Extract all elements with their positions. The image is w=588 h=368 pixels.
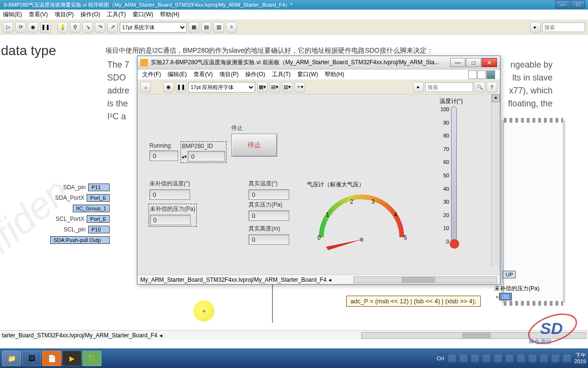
distribute-button[interactable]: ▤: [201, 22, 212, 33]
uncomp-press-indicator: 未补偿的压力(Pa) 0: [148, 204, 197, 227]
fp-menu-help[interactable]: 帮助(H): [325, 70, 344, 79]
svg-point-10: [360, 238, 363, 242]
svg-text:SD: SD: [540, 319, 563, 337]
taskbar-explorer[interactable]: 📁: [2, 351, 21, 366]
fp-menu-tools[interactable]: 工具(T): [272, 70, 291, 79]
search-nav-button[interactable]: ▸: [530, 22, 541, 33]
bg-menu-view[interactable]: 查看(V): [29, 11, 48, 19]
gauge-title: 气压计（标准大气压）: [307, 181, 416, 189]
step-over-button[interactable]: ↷: [95, 22, 105, 33]
bg-menu-window[interactable]: 窗口(W): [133, 11, 153, 19]
real-alt-indicator: 真实高度(m) 0: [249, 225, 289, 245]
fp-menu-operate[interactable]: 操作(O): [245, 70, 265, 79]
fp-reorder-button[interactable]: ✧▾: [294, 82, 305, 92]
tray-icon[interactable]: [529, 355, 536, 362]
tray-lang[interactable]: CH: [437, 356, 444, 361]
svg-text:5: 5: [404, 234, 407, 241]
cursor-crosshair: [193, 300, 215, 322]
bg-menu-help[interactable]: 帮助(H): [160, 11, 180, 19]
bg-menu-project[interactable]: 项目(P): [55, 11, 74, 19]
fp-run-button[interactable]: ⬨: [140, 82, 151, 92]
taskbar-labview[interactable]: ▶: [62, 351, 81, 366]
tray-date[interactable]: 2019: [575, 358, 586, 364]
tray-time[interactable]: 下午: [575, 352, 586, 358]
stop-button[interactable]: 停止: [231, 134, 277, 157]
fp-window-title: 实验27.8-BMP280气压温度海拔测量实验.vi 前面板（My_ARM_St…: [151, 58, 439, 67]
tray-icon[interactable]: [483, 355, 490, 362]
run-cont-button[interactable]: ⟳: [15, 22, 26, 33]
font-selector[interactable]: 17pt 系统字体: [120, 22, 187, 33]
tray-icon[interactable]: [563, 355, 571, 362]
tray-icon[interactable]: [471, 355, 479, 362]
constant-nodes-group: SDA_pinP11 SDA_PortXPort_E IIC_Group_1 S…: [48, 182, 110, 245]
fp-pause-button[interactable]: ❚❚: [176, 82, 186, 92]
fp-menu-view[interactable]: 查看(V): [193, 70, 213, 79]
step-out-button[interactable]: ↗: [107, 22, 118, 33]
tray-icon[interactable]: [448, 355, 456, 362]
tray-icon[interactable]: [506, 355, 513, 362]
svg-text:2: 2: [350, 198, 353, 205]
bg-menu-edit[interactable]: 编辑(E): [3, 11, 22, 19]
fp-horizontal-scrollbar[interactable]: [353, 276, 497, 283]
sd-logo: SD 神电测控: [519, 312, 586, 345]
fp-menu-window[interactable]: 窗口(W): [297, 70, 318, 79]
bg-minimize-button[interactable]: —: [555, 0, 570, 9]
abort-button[interactable]: ◉: [28, 22, 38, 33]
run-button[interactable]: ▷: [3, 22, 13, 33]
fp-abort-button[interactable]: ◉: [163, 82, 174, 92]
fp-search-button[interactable]: 🔍: [475, 82, 485, 92]
pressure-gauge[interactable]: 气压计（标准大气压） 0 1 2 3 4 5: [307, 181, 416, 258]
tray-icon[interactable]: [552, 355, 559, 362]
fp-menu-edit[interactable]: 编辑(E): [168, 70, 187, 79]
bg-window-title: 8-BMP280气压温度海拔测量实验.vi 程序框图（My_ARM_Starte…: [4, 1, 293, 9]
fp-distribute-button[interactable]: ▤▾: [270, 82, 280, 92]
const-scl-pin: SCL_pinP10: [48, 224, 110, 235]
fp-help-button[interactable]: ?: [486, 82, 497, 92]
reorder-button[interactable]: ▥: [214, 22, 224, 33]
fp-search-input[interactable]: [425, 82, 473, 92]
system-tray[interactable]: CH 下午 2019: [437, 352, 586, 364]
taskbar-app-5[interactable]: 🟩: [82, 351, 102, 366]
bg-title-bar[interactable]: 8-BMP280气压温度海拔测量实验.vi 程序框图（My_ARM_Starte…: [0, 0, 588, 10]
windows-taskbar[interactable]: 📁 🖼 📄 ▶ 🟩 CH 下午 2019: [0, 348, 588, 368]
tray-icon[interactable]: [460, 355, 467, 362]
cleanup-button[interactable]: ✧: [226, 22, 237, 33]
fp-resize-button[interactable]: ▥▾: [282, 82, 293, 92]
description-paragraph: 项目中使用的是I2C通信，BMP280的作为slave的地址要确认好，它的地址根…: [105, 46, 433, 55]
bg-search-input[interactable]: [542, 23, 585, 32]
bg-menu-operate[interactable]: 操作(O): [80, 11, 100, 19]
fp-align-button[interactable]: ▦▾: [257, 82, 268, 92]
retain-wire-button[interactable]: ⚲: [70, 22, 80, 33]
connector-pane[interactable]: [468, 70, 495, 79]
taskbar-pdf[interactable]: 📄: [42, 351, 61, 366]
taskbar-app-2[interactable]: 🖼: [22, 351, 41, 366]
fp-vertical-scrollbar[interactable]: ▲: [491, 94, 500, 267]
fp-menu-file[interactable]: 文件(F): [142, 70, 161, 79]
highlight-exec-button[interactable]: 💡: [57, 22, 68, 33]
stop-label: 停止: [231, 124, 277, 132]
up-node[interactable]: UP: [503, 271, 516, 278]
front-panel-canvas[interactable]: 停止 停止 Running 0 BMP280_ID ▴▾0 未补偿的温度(°) …: [137, 94, 491, 267]
fp-search-nav-button[interactable]: ▸: [413, 82, 424, 92]
step-into-button[interactable]: ↘: [82, 22, 93, 33]
svg-text:神电测控: 神电测控: [529, 338, 552, 345]
bg-maximize-button[interactable]: □: [571, 0, 585, 9]
fp-project-path[interactable]: My_ARM_Starter_Board_STM32F4xx.lvproj/My…: [140, 276, 327, 283]
stop-control-group: 停止 停止: [231, 124, 277, 157]
thermometer[interactable]: 温度计(°) 10090 8070 6050 4030 2010 0: [437, 97, 465, 244]
fp-title-bar[interactable]: 实验27.8-BMP280气压温度海拔测量实验.vi 前面板（My_ARM_St…: [137, 56, 500, 69]
fp-maximize-button[interactable]: □: [466, 58, 481, 67]
fp-font-selector[interactable]: 17pt 应用程序字体: [188, 82, 255, 92]
fp-menu-project[interactable]: 项目(P): [219, 70, 238, 79]
formula-node[interactable]: adc_P = (msb << 12) | (lsb << 4) | (xlsb…: [346, 296, 481, 307]
tray-icon[interactable]: [494, 355, 502, 362]
thermometer-ticks: 10090 8070 6050 4030 2010 0: [437, 106, 451, 244]
fp-minimize-button[interactable]: —: [450, 58, 465, 67]
bg-menu-tools[interactable]: 工具(T): [107, 11, 125, 19]
tray-icon[interactable]: [540, 355, 548, 362]
align-button[interactable]: ▦: [189, 22, 199, 33]
pause-button[interactable]: ❚❚: [40, 22, 51, 33]
bg-project-path[interactable]: tarter_Board_STM32F4xx.lvproj/My_ARM_Sta…: [2, 332, 158, 339]
tray-icon[interactable]: [517, 355, 525, 362]
fp-close-button[interactable]: ✕: [482, 58, 497, 67]
